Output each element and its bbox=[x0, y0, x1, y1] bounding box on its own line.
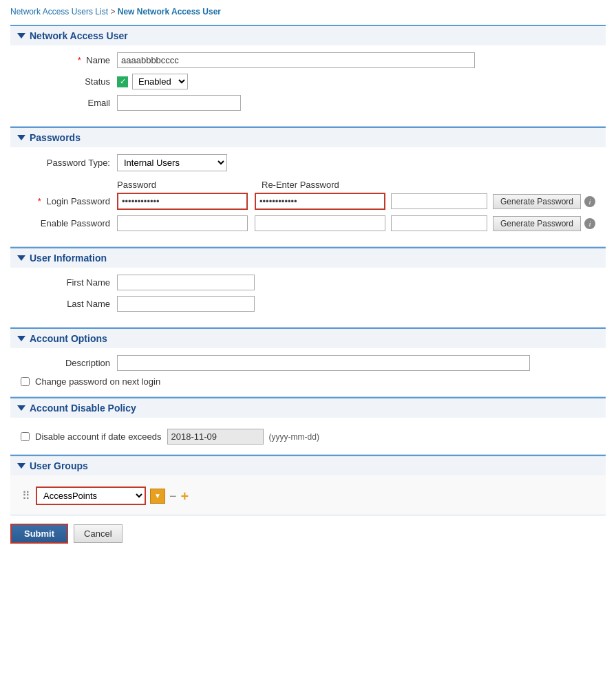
login-password-label: * Login Password bbox=[21, 196, 117, 206]
password-type-select[interactable]: Internal Users External Users bbox=[117, 154, 227, 171]
enable-password-row: Enable Password Generate Password i bbox=[21, 215, 595, 231]
email-row: Email bbox=[21, 95, 595, 111]
group-add-button[interactable]: + bbox=[181, 489, 189, 503]
network-access-user-section: Network Access User * Name Status ✓ Enab… bbox=[10, 25, 606, 127]
first-name-input[interactable] bbox=[117, 275, 255, 290]
change-password-row: Change password on next login bbox=[21, 376, 595, 387]
password-type-label: Password Type: bbox=[21, 158, 117, 168]
enable-generate-password-button[interactable]: Generate Password bbox=[493, 216, 581, 231]
collapse-triangle-icon bbox=[17, 336, 25, 341]
passwords-header[interactable]: Passwords bbox=[10, 128, 606, 147]
network-access-user-title: Network Access User bbox=[30, 30, 128, 41]
enable-password-label: Enable Password bbox=[21, 218, 117, 228]
user-groups-header[interactable]: User Groups bbox=[10, 456, 606, 475]
collapse-triangle-icon bbox=[17, 33, 25, 39]
user-information-body: First Name Last Name bbox=[10, 268, 606, 328]
disable-date-input[interactable] bbox=[167, 429, 264, 445]
login-reenter-input[interactable] bbox=[255, 193, 385, 210]
login-password-row: * Login Password Generate Password i bbox=[21, 193, 595, 210]
last-name-input[interactable] bbox=[117, 296, 255, 312]
pw-col-password: Password bbox=[117, 180, 255, 190]
network-access-user-header[interactable]: Network Access User bbox=[10, 26, 606, 45]
email-input[interactable] bbox=[117, 95, 241, 111]
group-remove-button[interactable]: − bbox=[169, 490, 177, 502]
disable-account-checkbox[interactable] bbox=[21, 432, 30, 441]
user-groups-body: ⠿ AccessPoints − + bbox=[10, 475, 606, 515]
collapse-triangle-icon bbox=[17, 405, 25, 411]
enable-reenter-blank-input[interactable] bbox=[391, 215, 487, 231]
account-options-header[interactable]: Account Options bbox=[10, 329, 606, 348]
account-options-body: Description Change password on next logi… bbox=[10, 348, 606, 397]
breadcrumb-link[interactable]: Network Access Users List bbox=[10, 7, 108, 17]
pw-col-headers: Password Re-Enter Password bbox=[117, 180, 595, 190]
enable-reenter-input[interactable] bbox=[255, 215, 385, 231]
group-select[interactable]: AccessPoints bbox=[36, 487, 146, 505]
pw-col-reenter: Re-Enter Password bbox=[262, 180, 399, 190]
account-options-section: Account Options Description Change passw… bbox=[10, 328, 606, 397]
name-label: * Name bbox=[21, 55, 117, 65]
network-access-user-body: * Name Status ✓ Enabled Disabled Email bbox=[10, 45, 606, 127]
account-disable-policy-header[interactable]: Account Disable Policy bbox=[10, 398, 606, 418]
passwords-title: Passwords bbox=[30, 132, 81, 143]
submit-button[interactable]: Submit bbox=[10, 524, 68, 544]
password-type-row: Password Type: Internal Users External U… bbox=[21, 154, 595, 171]
account-disable-policy-title: Account Disable Policy bbox=[30, 403, 136, 414]
disable-policy-row: Disable account if date exceeds (yyyy-mm… bbox=[21, 429, 595, 445]
last-name-label: Last Name bbox=[21, 299, 117, 309]
user-groups-title: User Groups bbox=[30, 460, 88, 471]
description-input[interactable] bbox=[117, 355, 530, 371]
collapse-triangle-icon bbox=[17, 135, 25, 140]
user-information-title: User Information bbox=[30, 253, 107, 264]
account-disable-policy-section: Account Disable Policy Disable account i… bbox=[10, 397, 606, 455]
collapse-triangle-icon bbox=[17, 463, 25, 469]
breadcrumb: Network Access Users List > New Network … bbox=[10, 7, 606, 17]
status-select[interactable]: Enabled Disabled bbox=[132, 74, 188, 89]
drag-handle-icon[interactable]: ⠿ bbox=[21, 488, 32, 504]
account-disable-policy-body: Disable account if date exceeds (yyyy-mm… bbox=[10, 418, 606, 455]
user-information-header[interactable]: User Information bbox=[10, 248, 606, 268]
status-row: Status ✓ Enabled Disabled bbox=[21, 74, 595, 89]
group-row: ⠿ AccessPoints − + bbox=[21, 487, 595, 505]
collapse-triangle-icon bbox=[17, 255, 25, 261]
login-reenter-blank-input[interactable] bbox=[391, 193, 487, 209]
login-info-icon[interactable]: i bbox=[584, 196, 595, 207]
cancel-button[interactable]: Cancel bbox=[74, 524, 122, 543]
breadcrumb-current: New Network Access User bbox=[118, 7, 221, 17]
account-options-title: Account Options bbox=[30, 333, 107, 344]
enable-password-input[interactable] bbox=[117, 215, 248, 231]
email-label: Email bbox=[21, 98, 117, 108]
disable-account-label: Disable account if date exceeds bbox=[35, 431, 162, 442]
passwords-body: Password Type: Internal Users External U… bbox=[10, 147, 606, 247]
login-password-input[interactable] bbox=[117, 193, 248, 210]
status-enabled-icon: ✓ bbox=[117, 76, 128, 87]
passwords-section: Passwords Password Type: Internal Users … bbox=[10, 127, 606, 247]
submit-area: Submit Cancel bbox=[10, 515, 606, 549]
change-password-label: Change password on next login bbox=[35, 376, 160, 387]
last-name-row: Last Name bbox=[21, 296, 595, 312]
name-input[interactable] bbox=[117, 52, 475, 68]
status-control: ✓ Enabled Disabled bbox=[117, 74, 188, 89]
name-row: * Name bbox=[21, 52, 595, 68]
first-name-label: First Name bbox=[21, 277, 117, 288]
first-name-row: First Name bbox=[21, 275, 595, 290]
group-dropdown-icon[interactable] bbox=[150, 489, 165, 504]
date-hint: (yyyy-mm-dd) bbox=[269, 432, 319, 442]
user-information-section: User Information First Name Last Name bbox=[10, 247, 606, 328]
change-password-checkbox[interactable] bbox=[21, 377, 30, 386]
user-groups-section: User Groups ⠿ AccessPoints − + bbox=[10, 455, 606, 515]
description-label: Description bbox=[21, 358, 117, 368]
status-label: Status bbox=[21, 76, 117, 87]
description-row: Description bbox=[21, 355, 595, 371]
login-generate-password-button[interactable]: Generate Password bbox=[493, 194, 581, 209]
enable-info-icon[interactable]: i bbox=[584, 218, 595, 229]
